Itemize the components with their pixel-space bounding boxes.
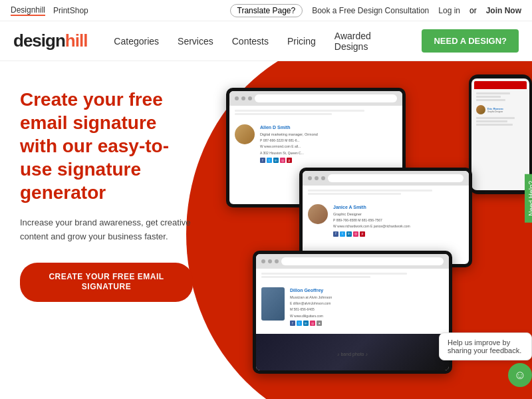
sig-job-1: Digital marketing manager, Ormond: [260, 132, 318, 137]
need-design-button[interactable]: NEED A DESIGN?: [422, 29, 519, 53]
nav-links: Categories Services Contests Pricing Awa…: [114, 29, 519, 53]
instagram-icon: ◎: [280, 158, 285, 163]
twitter-icon-2: t: [340, 231, 345, 237]
sig-socials-2: f t in ◎ p: [333, 231, 410, 237]
phone-device: Eric Romero Graphic Designer: [469, 74, 532, 194]
nav-awarded[interactable]: Awarded Designs: [334, 31, 385, 52]
hero-text-content: Create your free email signature with ou…: [0, 61, 213, 329]
brand-printshop[interactable]: PrintShop: [53, 6, 88, 15]
or-separator: or: [469, 6, 477, 15]
band-photo: ♪ band photo ♪: [256, 334, 449, 370]
sig-info-1: Allen D Smith Digital marketing manager,…: [260, 124, 318, 163]
facebook-icon-2: f: [333, 231, 338, 237]
sig-name-2: Janice A Smith: [333, 204, 410, 211]
book-consultation-link[interactable]: Book a Free Design Consultation: [312, 6, 429, 15]
sig-email-3: E dillon@alvinJohnson.com: [290, 301, 332, 307]
sig-job-2: Graphic Designer: [333, 211, 410, 217]
logo-design: design: [13, 31, 65, 51]
need-help-tab[interactable]: Need Help?: [525, 174, 532, 223]
sig-card-1: Allen D Smith Digital marketing manager,…: [229, 119, 402, 168]
sig-web-2: W www.richardwork.com E janice@richardwo…: [333, 224, 410, 229]
tablet3-screen: Dillon Geoffrey Musician at Alvin Johnso…: [256, 254, 449, 370]
linkedin-icon: in: [273, 158, 279, 163]
pinterest-icon: p: [287, 158, 292, 163]
top-bar-brands: Designhill PrintShop: [11, 5, 88, 16]
twitter-icon: t: [267, 158, 272, 163]
facebook-icon: f: [260, 158, 265, 163]
login-link[interactable]: Log in: [438, 6, 460, 15]
logo-hill: hill: [65, 31, 88, 51]
facebook-icon-3: f: [290, 321, 295, 326]
sig-info-3: Dillon Geoffrey Musician at Alvin Johnso…: [290, 287, 332, 326]
brand-designhill[interactable]: Designhill: [11, 5, 45, 16]
join-now-link[interactable]: Join Now: [486, 6, 521, 15]
sig-phone-2: P 889-766-6588 M 681-656-7567: [333, 218, 410, 223]
top-bar-actions: Translate Page? Book a Free Design Consu…: [230, 4, 521, 17]
pinterest-icon-2: p: [360, 231, 365, 237]
nav-pricing[interactable]: Pricing: [287, 36, 316, 47]
extra-icon-3: ★: [317, 321, 322, 326]
sig-job-3: Musician at Alvin Johnson: [290, 295, 332, 300]
sig-card-2: Janice A Smith Graphic Designer P 889-76…: [303, 199, 469, 242]
sig-socials-3: f t in ◎ ★: [290, 321, 332, 326]
tablet2-screen: Janice A Smith Graphic Designer P 889-76…: [303, 171, 469, 264]
sig-phone-1: P 087-666-3220 M 681-6...: [260, 138, 318, 144]
linkedin-icon-3: in: [303, 321, 309, 326]
tablet-device-3: Dillon Geoffrey Musician at Alvin Johnso…: [253, 251, 452, 374]
hero-title: Create your free email signature with ou…: [20, 88, 193, 204]
sig-name-3: Dillon Geoffrey: [290, 287, 332, 295]
sig-web-1: W www.ormond.com E all...: [260, 144, 318, 150]
hero-section: Create your free email signature with ou…: [0, 61, 532, 399]
sig-card-3: Dillon Geoffrey Musician at Alvin Johnso…: [256, 282, 449, 331]
sig-avatar-2: [308, 204, 328, 224]
sig-avatar-3: [261, 287, 285, 321]
nav-services[interactable]: Services: [178, 36, 213, 47]
nav-contests[interactable]: Contests: [232, 36, 269, 47]
sig-name-1: Allen D Smith: [260, 124, 318, 132]
instagram-icon-2: ◎: [353, 231, 358, 237]
twitter-icon-3: t: [297, 321, 302, 326]
sig-web-3: W www.diliguitars.com: [290, 314, 332, 319]
sig-phone-3: M 581-656-6465: [290, 307, 332, 313]
hero-subtitle: Increase your brand awareness, get creat…: [20, 216, 193, 244]
nav-categories[interactable]: Categories: [114, 36, 159, 47]
chat-bubble[interactable]: ☺: [508, 363, 532, 387]
sig-socials-1: f t in ◎ p: [260, 158, 318, 163]
instagram-icon-3: ◎: [310, 321, 315, 326]
logo[interactable]: designhill: [13, 31, 87, 51]
devices-mockup: Eric Romero Graphic Designer: [219, 68, 532, 399]
top-bar: Designhill PrintShop Translate Page? Boo…: [0, 0, 532, 21]
sig-avatar-1: [235, 124, 255, 144]
linkedin-icon-2: in: [346, 231, 352, 237]
sig-addr-1: A 302 Houston St, Queen C...: [260, 151, 318, 156]
cta-button[interactable]: CREATE YOUR FREE EMAIL SIGNATURE: [20, 263, 193, 302]
main-nav: designhill Categories Services Contests …: [0, 21, 532, 61]
translate-button[interactable]: Translate Page?: [230, 4, 303, 17]
feedback-bubble: Help us improve by sharing your feedback…: [439, 332, 532, 360]
phone-screen: Eric Romero Graphic Designer: [471, 78, 529, 190]
sig-info-2: Janice A Smith Graphic Designer P 889-76…: [333, 204, 410, 237]
